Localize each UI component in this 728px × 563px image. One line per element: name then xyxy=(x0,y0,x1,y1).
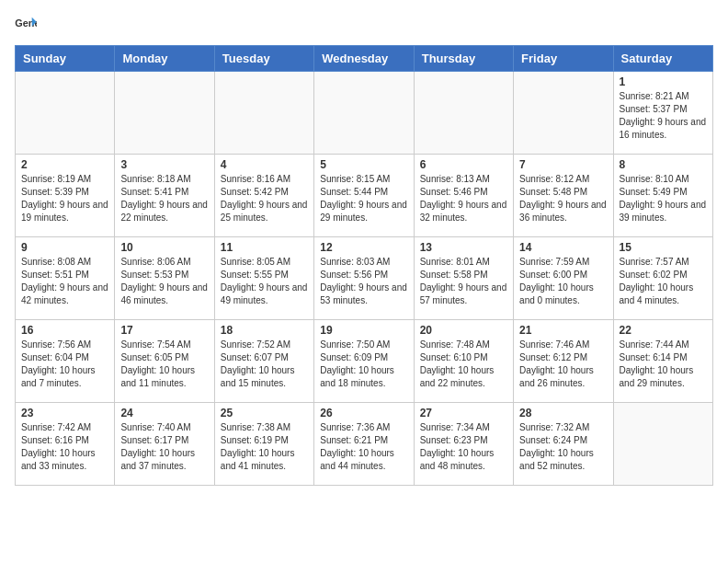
calendar-day-header: Friday xyxy=(514,46,613,72)
calendar-day-cell: 21Sunrise: 7:46 AM Sunset: 6:12 PM Dayli… xyxy=(514,320,613,403)
day-info: Sunrise: 7:40 AM Sunset: 6:17 PM Dayligh… xyxy=(120,421,208,473)
day-info: Sunrise: 7:44 AM Sunset: 6:14 PM Dayligh… xyxy=(620,339,707,390)
day-info: Sunrise: 8:01 AM Sunset: 5:58 PM Dayligh… xyxy=(420,256,507,307)
calendar-day-header: Tuesday xyxy=(214,46,313,72)
day-info: Sunrise: 8:21 AM Sunset: 5:37 PM Dayligh… xyxy=(620,90,707,142)
calendar-day-cell xyxy=(16,72,115,155)
day-info: Sunrise: 7:38 AM Sunset: 6:19 PM Dayligh… xyxy=(221,421,308,473)
day-number: 5 xyxy=(320,158,407,171)
day-number: 2 xyxy=(21,158,108,171)
logo: General xyxy=(15,15,40,34)
calendar-day-cell: 19Sunrise: 7:50 AM Sunset: 6:09 PM Dayli… xyxy=(314,320,414,403)
day-info: Sunrise: 7:36 AM Sunset: 6:21 PM Dayligh… xyxy=(320,421,407,473)
calendar-week-row: 9Sunrise: 8:08 AM Sunset: 5:51 PM Daylig… xyxy=(16,237,713,320)
calendar-day-cell: 25Sunrise: 7:38 AM Sunset: 6:19 PM Dayli… xyxy=(214,403,313,486)
day-number: 27 xyxy=(420,407,507,419)
day-info: Sunrise: 7:34 AM Sunset: 6:23 PM Dayligh… xyxy=(420,421,507,473)
day-number: 10 xyxy=(120,241,208,254)
calendar-day-cell xyxy=(214,72,313,155)
calendar-day-cell: 17Sunrise: 7:54 AM Sunset: 6:05 PM Dayli… xyxy=(115,320,214,403)
calendar-day-cell: 5Sunrise: 8:15 AM Sunset: 5:44 PM Daylig… xyxy=(314,155,414,237)
day-info: Sunrise: 7:50 AM Sunset: 6:09 PM Dayligh… xyxy=(320,339,407,390)
day-info: Sunrise: 8:06 AM Sunset: 5:53 PM Dayligh… xyxy=(120,256,208,307)
day-number: 17 xyxy=(120,324,208,337)
day-info: Sunrise: 8:13 AM Sunset: 5:46 PM Dayligh… xyxy=(420,173,507,224)
day-info: Sunrise: 8:15 AM Sunset: 5:44 PM Dayligh… xyxy=(320,173,407,224)
calendar-header-row: SundayMondayTuesdayWednesdayThursdayFrid… xyxy=(16,46,713,72)
day-info: Sunrise: 7:42 AM Sunset: 6:16 PM Dayligh… xyxy=(21,421,108,473)
day-number: 18 xyxy=(221,324,308,337)
logo-icon: General xyxy=(15,16,37,34)
day-number: 12 xyxy=(320,241,407,254)
day-info: Sunrise: 8:10 AM Sunset: 5:49 PM Dayligh… xyxy=(620,173,707,224)
day-number: 23 xyxy=(21,407,108,419)
calendar-day-cell: 26Sunrise: 7:36 AM Sunset: 6:21 PM Dayli… xyxy=(314,403,414,486)
day-number: 1 xyxy=(620,75,707,88)
day-number: 9 xyxy=(21,241,108,254)
calendar-week-row: 1Sunrise: 8:21 AM Sunset: 5:37 PM Daylig… xyxy=(16,72,713,155)
calendar-day-cell: 4Sunrise: 8:16 AM Sunset: 5:42 PM Daylig… xyxy=(214,155,313,237)
day-number: 26 xyxy=(320,407,407,419)
calendar-day-header: Sunday xyxy=(16,46,115,72)
day-info: Sunrise: 8:03 AM Sunset: 5:56 PM Dayligh… xyxy=(320,256,407,307)
day-number: 16 xyxy=(21,324,108,337)
calendar-day-cell xyxy=(514,72,613,155)
calendar-day-cell: 28Sunrise: 7:32 AM Sunset: 6:24 PM Dayli… xyxy=(514,403,613,486)
day-number: 19 xyxy=(320,324,407,337)
calendar-day-cell: 7Sunrise: 8:12 AM Sunset: 5:48 PM Daylig… xyxy=(514,155,613,237)
day-info: Sunrise: 7:57 AM Sunset: 6:02 PM Dayligh… xyxy=(620,256,707,307)
calendar-week-row: 2Sunrise: 8:19 AM Sunset: 5:39 PM Daylig… xyxy=(16,155,713,237)
day-info: Sunrise: 7:59 AM Sunset: 6:00 PM Dayligh… xyxy=(519,256,607,307)
calendar-day-cell xyxy=(613,403,712,486)
day-info: Sunrise: 8:16 AM Sunset: 5:42 PM Dayligh… xyxy=(221,173,308,224)
day-info: Sunrise: 8:08 AM Sunset: 5:51 PM Dayligh… xyxy=(21,256,108,307)
calendar-day-header: Wednesday xyxy=(314,46,414,72)
day-number: 3 xyxy=(120,158,208,171)
calendar-day-cell: 13Sunrise: 8:01 AM Sunset: 5:58 PM Dayli… xyxy=(414,237,513,320)
day-info: Sunrise: 8:19 AM Sunset: 5:39 PM Dayligh… xyxy=(21,173,108,224)
calendar-day-cell: 8Sunrise: 8:10 AM Sunset: 5:49 PM Daylig… xyxy=(613,155,712,237)
day-number: 11 xyxy=(221,241,308,254)
calendar-day-cell: 27Sunrise: 7:34 AM Sunset: 6:23 PM Dayli… xyxy=(414,403,513,486)
day-info: Sunrise: 7:32 AM Sunset: 6:24 PM Dayligh… xyxy=(519,421,607,473)
day-number: 6 xyxy=(420,158,507,171)
calendar-day-cell: 12Sunrise: 8:03 AM Sunset: 5:56 PM Dayli… xyxy=(314,237,414,320)
day-number: 8 xyxy=(620,158,707,171)
day-number: 15 xyxy=(620,241,707,254)
calendar-day-cell: 18Sunrise: 7:52 AM Sunset: 6:07 PM Dayli… xyxy=(214,320,313,403)
day-number: 7 xyxy=(519,158,607,171)
calendar-day-cell xyxy=(314,72,414,155)
day-number: 4 xyxy=(221,158,308,171)
calendar-day-cell: 11Sunrise: 8:05 AM Sunset: 5:55 PM Dayli… xyxy=(214,237,313,320)
calendar-day-cell: 2Sunrise: 8:19 AM Sunset: 5:39 PM Daylig… xyxy=(16,155,115,237)
day-info: Sunrise: 7:52 AM Sunset: 6:07 PM Dayligh… xyxy=(221,339,308,390)
day-info: Sunrise: 7:46 AM Sunset: 6:12 PM Dayligh… xyxy=(519,339,607,390)
calendar-day-header: Monday xyxy=(115,46,214,72)
day-number: 25 xyxy=(221,407,308,419)
calendar-day-cell: 14Sunrise: 7:59 AM Sunset: 6:00 PM Dayli… xyxy=(514,237,613,320)
day-info: Sunrise: 8:18 AM Sunset: 5:41 PM Dayligh… xyxy=(120,173,208,224)
calendar-day-cell: 20Sunrise: 7:48 AM Sunset: 6:10 PM Dayli… xyxy=(414,320,513,403)
calendar-table: SundayMondayTuesdayWednesdayThursdayFrid… xyxy=(15,45,713,486)
calendar-day-cell xyxy=(115,72,214,155)
day-info: Sunrise: 8:12 AM Sunset: 5:48 PM Dayligh… xyxy=(519,173,607,224)
calendar-day-cell: 9Sunrise: 8:08 AM Sunset: 5:51 PM Daylig… xyxy=(16,237,115,320)
day-number: 14 xyxy=(519,241,607,254)
day-number: 13 xyxy=(420,241,507,254)
day-info: Sunrise: 7:48 AM Sunset: 6:10 PM Dayligh… xyxy=(420,339,507,390)
calendar-day-cell: 23Sunrise: 7:42 AM Sunset: 6:16 PM Dayli… xyxy=(16,403,115,486)
day-number: 21 xyxy=(519,324,607,337)
day-number: 20 xyxy=(420,324,507,337)
day-info: Sunrise: 7:54 AM Sunset: 6:05 PM Dayligh… xyxy=(120,339,208,390)
calendar-day-cell xyxy=(414,72,513,155)
page-header: General xyxy=(15,15,713,34)
day-info: Sunrise: 7:56 AM Sunset: 6:04 PM Dayligh… xyxy=(21,339,108,390)
calendar-day-cell: 1Sunrise: 8:21 AM Sunset: 5:37 PM Daylig… xyxy=(613,72,712,155)
calendar-day-cell: 3Sunrise: 8:18 AM Sunset: 5:41 PM Daylig… xyxy=(115,155,214,237)
calendar-day-header: Thursday xyxy=(414,46,513,72)
day-number: 24 xyxy=(120,407,208,419)
calendar-day-cell: 24Sunrise: 7:40 AM Sunset: 6:17 PM Dayli… xyxy=(115,403,214,486)
calendar-day-cell: 6Sunrise: 8:13 AM Sunset: 5:46 PM Daylig… xyxy=(414,155,513,237)
calendar-day-cell: 15Sunrise: 7:57 AM Sunset: 6:02 PM Dayli… xyxy=(613,237,712,320)
day-info: Sunrise: 8:05 AM Sunset: 5:55 PM Dayligh… xyxy=(221,256,308,307)
